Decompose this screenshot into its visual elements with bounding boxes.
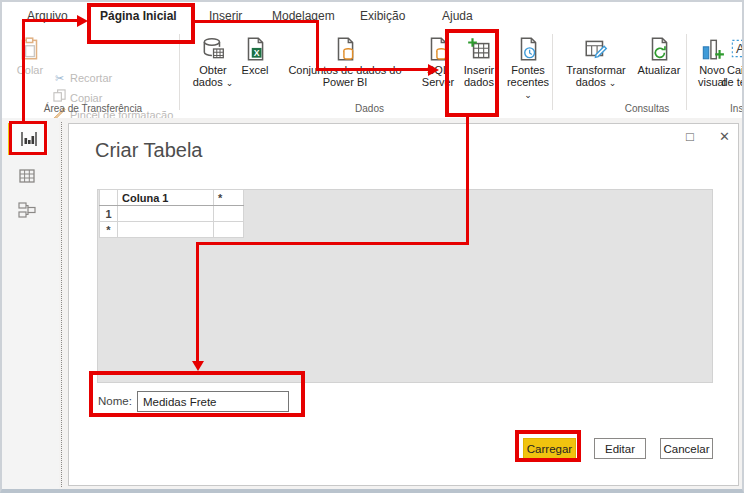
powerbi-window: Arquivo Página Inicial Inserir Modelagem…: [2, 2, 742, 489]
pane-divider[interactable]: [61, 122, 62, 487]
recent-sources-button[interactable]: Fontes recentes ⌄: [502, 36, 554, 101]
excel-button[interactable]: X Excel: [238, 36, 272, 76]
svg-text:X: X: [254, 48, 260, 58]
grid-add-row-header[interactable]: *: [100, 222, 118, 238]
chevron-down-icon: ⌄: [609, 78, 617, 88]
group-label-queries: Consultas: [602, 103, 692, 114]
file-database-icon: [332, 36, 358, 62]
chevron-down-icon: ⌄: [524, 90, 532, 100]
paste-button: Colar: [10, 36, 50, 76]
text-box-button[interactable]: A Caixa de texto: [720, 36, 742, 88]
cancel-button[interactable]: Cancelar: [660, 438, 713, 459]
dialog-title: Criar Tabela: [95, 139, 202, 162]
group-label-insert: Inserir: [714, 103, 742, 114]
model-view-icon: [17, 200, 37, 220]
group-label-clipboard: Área de Transferência: [18, 103, 168, 114]
grid-header-row: Coluna 1 *: [100, 190, 244, 206]
scissors-icon: ✂: [52, 72, 67, 85]
screenshot-frame: Arquivo Página Inicial Inserir Modelagem…: [0, 0, 744, 493]
clipboard-icon: [17, 36, 43, 62]
file-database-icon: [425, 36, 451, 62]
model-view-button[interactable]: [8, 194, 46, 226]
ribbon-separator: [552, 34, 553, 110]
close-icon[interactable]: ✕: [719, 130, 730, 144]
ribbon-separator: [179, 34, 180, 110]
data-entry-grid: Coluna 1 * 1 *: [99, 189, 244, 238]
database-icon: [200, 36, 226, 62]
edit-button[interactable]: Editar: [594, 438, 646, 459]
menu-modelagem[interactable]: Modelagem: [272, 9, 335, 23]
grid-row-header[interactable]: 1: [100, 206, 118, 222]
power-bi-datasets-button[interactable]: Conjuntos de dados do Power BI: [274, 36, 416, 88]
grid-cell[interactable]: [118, 206, 214, 222]
menu-exibicao[interactable]: Exibição: [360, 9, 405, 23]
create-table-dialog: Criar Tabela □ ✕ Coluna 1 * 1 * Nome: Ca…: [68, 123, 739, 486]
data-view-icon: [17, 166, 37, 186]
refresh-button[interactable]: Atualizar: [636, 36, 682, 76]
grid-column-header[interactable]: Coluna 1: [118, 190, 214, 206]
group-label-data: Dados: [332, 103, 407, 114]
menu-ajuda[interactable]: Ajuda: [442, 9, 473, 23]
copy-button: Copiar: [52, 89, 102, 104]
grid-add-column-header[interactable]: *: [214, 190, 244, 206]
svg-text:A: A: [736, 41, 742, 56]
enter-data-button[interactable]: Inserir dados: [458, 36, 500, 88]
annotation-arrowhead-right: [77, 15, 88, 27]
text-box-icon: A: [728, 36, 742, 62]
ribbon-separator: [686, 34, 687, 110]
file-refresh-icon: [646, 36, 672, 62]
report-view-icon: [19, 129, 39, 149]
cut-button: ✂Recortar: [52, 72, 112, 87]
menu-inserir[interactable]: Inserir: [209, 9, 242, 23]
sql-server-button[interactable]: SQL Server: [418, 36, 458, 88]
grid-row: *: [100, 222, 244, 238]
chevron-down-icon: ⌄: [226, 78, 234, 88]
grid-row: 1: [100, 206, 244, 222]
table-pencil-icon: [583, 36, 609, 62]
data-view-button[interactable]: [8, 160, 46, 192]
table-name-label: Nome:: [98, 395, 132, 407]
menu-pagina-inicial[interactable]: Página Inicial: [100, 9, 177, 23]
get-data-button[interactable]: Obter dados ⌄: [190, 36, 236, 89]
menu-arquivo[interactable]: Arquivo: [27, 9, 68, 23]
file-clock-icon: [515, 36, 541, 62]
transform-data-button[interactable]: Transformar dados ⌄: [558, 36, 634, 89]
grid-cell[interactable]: [214, 222, 244, 238]
load-button[interactable]: Carregar: [523, 438, 576, 459]
maximize-icon[interactable]: □: [686, 130, 694, 144]
grid-corner-cell: [100, 190, 118, 206]
grid-cell[interactable]: [214, 206, 244, 222]
copy-icon: [52, 89, 67, 104]
table-plus-icon: [466, 36, 492, 62]
ribbon: Colar ✂Recortar Copiar Pincel de formata…: [2, 30, 742, 119]
report-view-button[interactable]: [8, 123, 48, 155]
grid-cell[interactable]: [118, 222, 214, 238]
excel-file-icon: X: [242, 36, 268, 62]
table-name-input[interactable]: [137, 391, 289, 412]
